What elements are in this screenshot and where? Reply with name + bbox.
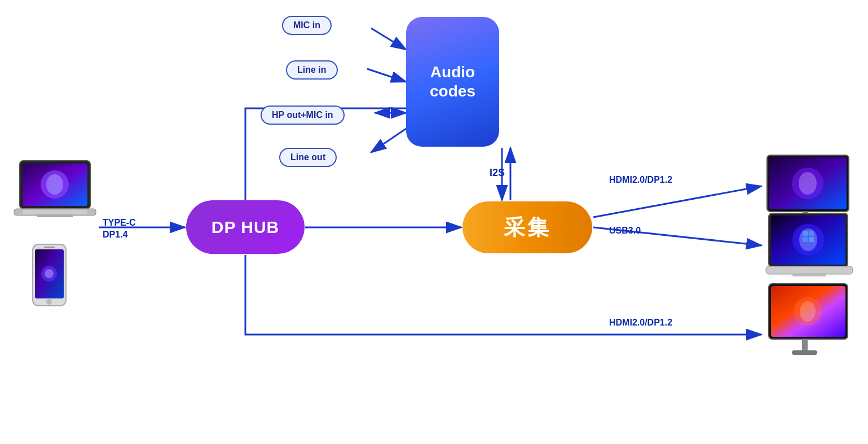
svg-rect-52 bbox=[802, 339, 808, 351]
diagram: TYPE-C DP1.4 DP HUB Audio codes 采集 MIC i… bbox=[0, 0, 868, 444]
svg-line-15 bbox=[593, 186, 761, 217]
svg-rect-23 bbox=[37, 214, 73, 217]
phone-icon bbox=[31, 243, 68, 307]
svg-rect-43 bbox=[809, 231, 814, 236]
svg-rect-46 bbox=[766, 266, 853, 274]
svg-rect-47 bbox=[792, 273, 826, 276]
svg-point-51 bbox=[800, 301, 816, 322]
svg-point-29 bbox=[45, 269, 54, 278]
monitor-bottom bbox=[766, 281, 853, 365]
svg-rect-53 bbox=[792, 350, 817, 355]
usb30-label: USB3.0 bbox=[609, 226, 641, 236]
dp-hub-label: DP HUB bbox=[212, 218, 279, 237]
svg-point-41 bbox=[799, 228, 817, 251]
line-in-pill: Line in bbox=[286, 60, 338, 80]
svg-point-35 bbox=[799, 172, 817, 195]
svg-line-8 bbox=[371, 28, 406, 50]
hp-out-mic-in-pill: HP out+MIC in bbox=[261, 105, 345, 125]
laptop-right bbox=[764, 212, 854, 287]
svg-rect-44 bbox=[803, 237, 808, 242]
audiocodes-label: Audio codes bbox=[406, 63, 499, 100]
audiocodes-box: Audio codes bbox=[406, 17, 499, 147]
i2s-label: I2S bbox=[490, 167, 505, 179]
type-c-dp-label: TYPE-C DP1.4 bbox=[103, 217, 136, 241]
caiji-box: 采集 bbox=[462, 201, 592, 253]
caiji-label: 采集 bbox=[504, 213, 551, 242]
mic-in-pill: MIC in bbox=[282, 16, 332, 35]
svg-rect-24 bbox=[23, 210, 87, 214]
svg-line-11 bbox=[371, 129, 406, 152]
svg-line-9 bbox=[367, 69, 406, 82]
svg-rect-31 bbox=[44, 247, 55, 248]
hdmi-bottom-label: HDMI2.0/DP1.2 bbox=[609, 318, 672, 328]
svg-point-30 bbox=[46, 299, 52, 305]
dp-hub-box: DP HUB bbox=[186, 200, 305, 254]
line-out-pill: Line out bbox=[279, 148, 337, 167]
svg-rect-45 bbox=[809, 237, 814, 242]
svg-point-21 bbox=[46, 174, 63, 195]
hdmi-top-label: HDMI2.0/DP1.2 bbox=[609, 175, 672, 185]
laptop-icon bbox=[11, 158, 99, 226]
svg-rect-42 bbox=[803, 231, 808, 236]
